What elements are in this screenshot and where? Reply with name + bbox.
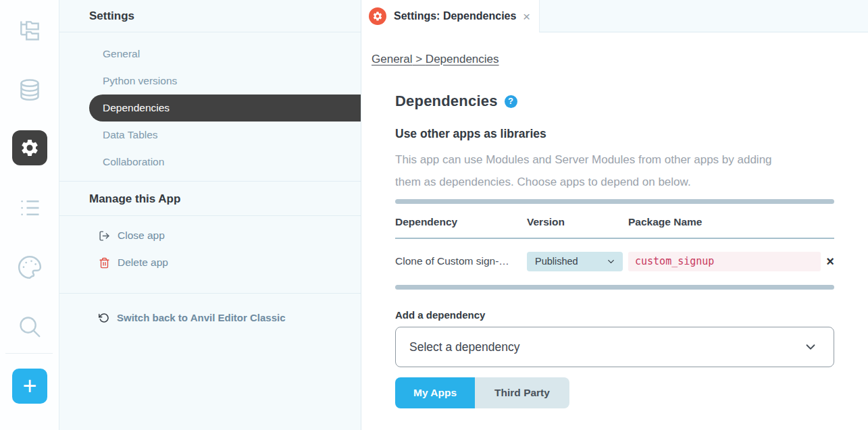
- close-app-button[interactable]: Close app: [59, 222, 361, 249]
- tab-settings-dependencies[interactable]: Settings: Dependencies ×: [361, 0, 539, 32]
- manage-app-title: Manage this App: [59, 182, 361, 216]
- section-description: This app can use Modules and Server Modu…: [395, 149, 800, 193]
- source-toggle-group: My Apps Third Party: [395, 377, 569, 408]
- tab-bar-empty-area: [539, 0, 868, 32]
- delete-app-button[interactable]: Delete app: [59, 249, 361, 276]
- main-content: Settings: Dependencies × General > Depen…: [361, 0, 868, 430]
- tab-third-party[interactable]: Third Party: [475, 377, 569, 408]
- search-icon[interactable]: [0, 314, 59, 340]
- left-icon-sidebar: +: [0, 0, 59, 430]
- trash-icon: [99, 257, 110, 269]
- package-name-input[interactable]: custom_signup: [628, 252, 821, 271]
- dependencies-section: Dependencies ? Use other apps as librari…: [395, 92, 834, 408]
- close-app-label: Close app: [118, 230, 165, 242]
- table-header-divider: [395, 238, 834, 239]
- chevron-down-icon: [606, 257, 616, 267]
- tab-my-apps[interactable]: My Apps: [395, 377, 475, 408]
- dependency-name: Clone of Custom sign-…: [395, 255, 527, 267]
- list-icon[interactable]: [0, 196, 59, 220]
- settings-item-data-tables[interactable]: Data Tables: [59, 122, 361, 149]
- rotate-ccw-icon: [99, 313, 109, 323]
- breadcrumb: General > Dependencies: [372, 53, 499, 66]
- tab-close-icon[interactable]: ×: [523, 10, 530, 23]
- manage-app-section: Close app Delete app: [59, 216, 361, 294]
- dependency-table-header: Dependency Version Package Name: [395, 216, 834, 228]
- palette-icon[interactable]: [0, 254, 59, 281]
- switch-classic-button[interactable]: Switch back to Anvil Editor Classic: [59, 294, 361, 323]
- sidebar-divider: [5, 353, 53, 354]
- version-select-value: Published: [535, 256, 578, 267]
- breadcrumb-separator: >: [412, 53, 425, 65]
- version-select[interactable]: Published: [527, 252, 623, 271]
- add-dependency-label: Add a dependency: [395, 309, 834, 321]
- anvil-editor-settings-page: + Settings General Python versions Depen…: [0, 0, 868, 430]
- breadcrumb-link-dependencies[interactable]: Dependencies: [426, 53, 499, 65]
- dependency-row: Clone of Custom sign-… Published custom_…: [395, 251, 834, 271]
- column-package-name: Package Name: [628, 216, 834, 228]
- settings-item-dependencies[interactable]: Dependencies: [89, 95, 361, 122]
- remove-dependency-icon[interactable]: ×: [826, 254, 834, 268]
- chevron-down-icon: [803, 340, 818, 354]
- dependency-select[interactable]: Select a dependency: [395, 327, 834, 367]
- tab-bar: Settings: Dependencies ×: [361, 0, 868, 32]
- top-scroll-bar: [395, 199, 834, 204]
- settings-gear-icon[interactable]: [12, 130, 47, 165]
- add-button[interactable]: +: [12, 369, 47, 404]
- switch-classic-label: Switch back to Anvil Editor Classic: [117, 312, 286, 323]
- settings-panel-title: Settings: [59, 0, 361, 32]
- section-subheading: Use other apps as libraries: [395, 127, 834, 141]
- column-version: Version: [527, 216, 628, 228]
- dependency-select-placeholder: Select a dependency: [409, 340, 519, 354]
- log-out-icon: [99, 230, 110, 242]
- column-dependency: Dependency: [395, 216, 527, 228]
- tab-title: Settings: Dependencies: [394, 10, 516, 22]
- page-heading-row: Dependencies ?: [395, 92, 834, 110]
- settings-nav: General Python versions Dependencies Dat…: [59, 32, 361, 182]
- settings-item-collaboration[interactable]: Collaboration: [59, 149, 361, 176]
- settings-item-general[interactable]: General: [59, 41, 361, 68]
- bottom-scroll-bar: [395, 285, 834, 290]
- help-icon[interactable]: ?: [505, 95, 517, 108]
- tab-gear-icon: [369, 7, 386, 25]
- database-icon[interactable]: [0, 77, 59, 104]
- settings-panel: Settings General Python versions Depende…: [59, 0, 361, 430]
- page-title: Dependencies: [395, 92, 498, 110]
- delete-app-label: Delete app: [118, 257, 168, 269]
- settings-item-python-versions[interactable]: Python versions: [59, 68, 361, 95]
- breadcrumb-link-general[interactable]: General: [372, 53, 412, 65]
- app-tree-icon[interactable]: [0, 18, 59, 43]
